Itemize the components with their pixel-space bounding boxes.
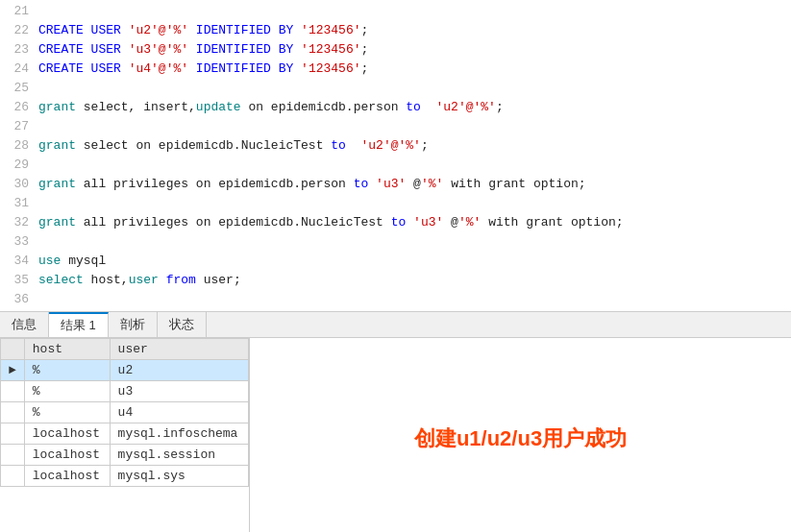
cell-host: % (24, 402, 110, 423)
table-row[interactable]: ► % u2 (1, 360, 249, 381)
tab-profile[interactable]: 剖析 (109, 312, 158, 337)
row-indicator (1, 402, 25, 423)
line-code-21 (38, 2, 791, 21)
table-row[interactable]: localhost mysql.session (1, 445, 249, 466)
col-header-user: user (110, 339, 248, 360)
results-table: host user ► % u2 % u3 % u4 (0, 338, 249, 487)
code-line-28: 28 grant select on epidemicdb.NucleicTes… (0, 136, 791, 156)
line-num-24: 24 (0, 60, 38, 79)
line-code-26: grant select, insert,update on epidemicd… (38, 98, 791, 117)
line-num-34: 34 (0, 252, 38, 271)
line-num-26: 26 (0, 98, 38, 117)
row-indicator (1, 466, 25, 487)
line-num-27: 27 (0, 117, 38, 136)
code-line-32: 32 grant all privileges on epidemicdb.Nu… (0, 213, 791, 232)
cell-host: % (24, 381, 110, 402)
code-line-23: 23 CREATE USER 'u3'@'%' IDENTIFIED BY '1… (0, 40, 791, 60)
line-code-30: grant all privileges on epidemicdb.perso… (38, 175, 791, 194)
tab-info[interactable]: 信息 (0, 312, 49, 337)
code-line-29: 29 (0, 156, 791, 175)
line-code-32: grant all privileges on epidemicdb.Nucle… (38, 213, 791, 232)
line-code-36 (38, 290, 791, 309)
code-line-25: 25 (0, 79, 791, 98)
table-indicator-header (1, 339, 25, 360)
line-code-31 (38, 194, 791, 213)
line-num-23: 23 (0, 40, 38, 60)
cell-host: localhost (24, 445, 110, 466)
cell-user: u2 (110, 360, 248, 381)
line-code-34: use mysql (38, 252, 791, 271)
cell-host: localhost (24, 466, 110, 487)
cell-user: u4 (110, 402, 248, 423)
row-indicator (1, 381, 25, 402)
line-num-33: 33 (0, 232, 38, 252)
line-code-27 (38, 117, 791, 136)
code-line-24: 24 CREATE USER 'u4'@'%' IDENTIFIED BY '1… (0, 60, 791, 79)
code-editor: 21 22 CREATE USER 'u2'@'%' IDENTIFIED BY… (0, 0, 791, 311)
line-code-35: select host,user from user; (38, 271, 791, 290)
code-line-26: 26 grant select, insert,update on epidem… (0, 98, 791, 117)
line-code-24: CREATE USER 'u4'@'%' IDENTIFIED BY '1234… (38, 60, 791, 79)
results-table-panel: host user ► % u2 % u3 % u4 (0, 338, 250, 532)
line-num-36: 36 (0, 290, 38, 309)
table-row[interactable]: localhost mysql.infoschema (1, 423, 249, 445)
line-num-25: 25 (0, 79, 38, 98)
cell-user: mysql.session (110, 445, 248, 466)
row-indicator (1, 445, 25, 466)
line-code-28: grant select on epidemicdb.NucleicTest t… (38, 136, 791, 156)
line-code-25 (38, 79, 791, 98)
code-line-36: 36 (0, 290, 791, 309)
table-row[interactable]: % u4 (1, 402, 249, 423)
line-num-29: 29 (0, 156, 38, 175)
row-indicator: ► (1, 360, 25, 381)
success-message-panel: 创建u1/u2/u3用户成功 (250, 338, 791, 532)
code-line-35: 35 select host,user from user; (0, 271, 791, 290)
tabs-bar: 信息 结果 1 剖析 状态 (0, 311, 791, 338)
code-line-31: 31 (0, 194, 791, 213)
code-line-22: 22 CREATE USER 'u2'@'%' IDENTIFIED BY '1… (0, 21, 791, 40)
line-num-28: 28 (0, 136, 38, 156)
line-num-32: 32 (0, 213, 38, 232)
line-num-21: 21 (0, 2, 38, 21)
cell-host: localhost (24, 423, 110, 445)
code-line-30: 30 grant all privileges on epidemicdb.pe… (0, 175, 791, 194)
line-num-22: 22 (0, 21, 38, 40)
line-code-23: CREATE USER 'u3'@'%' IDENTIFIED BY '1234… (38, 40, 791, 60)
cell-user: u3 (110, 381, 248, 402)
line-num-31: 31 (0, 194, 38, 213)
code-line-27: 27 (0, 117, 791, 136)
row-indicator (1, 423, 25, 445)
cell-host: % (24, 360, 110, 381)
code-line-34: 34 use mysql (0, 252, 791, 271)
line-code-22: CREATE USER 'u2'@'%' IDENTIFIED BY '1234… (38, 21, 791, 40)
line-num-35: 35 (0, 271, 38, 290)
results-area: host user ► % u2 % u3 % u4 (0, 338, 791, 532)
code-line-21: 21 (0, 2, 791, 21)
cell-user: mysql.infoschema (110, 423, 248, 445)
table-row[interactable]: localhost mysql.sys (1, 466, 249, 487)
tab-status[interactable]: 状态 (158, 312, 207, 337)
success-message: 创建u1/u2/u3用户成功 (414, 424, 627, 453)
cell-user: mysql.sys (110, 466, 248, 487)
line-code-29 (38, 156, 791, 175)
code-line-33: 33 (0, 232, 791, 252)
table-row[interactable]: % u3 (1, 381, 249, 402)
line-code-33 (38, 232, 791, 252)
col-header-host: host (24, 339, 110, 360)
line-num-30: 30 (0, 175, 38, 194)
tab-results[interactable]: 结果 1 (49, 312, 109, 337)
